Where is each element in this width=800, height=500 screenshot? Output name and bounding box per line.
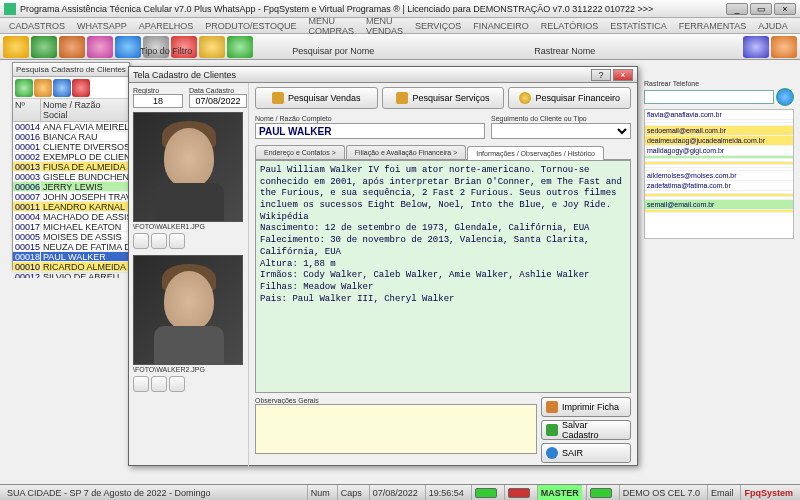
- table-row[interactable]: 00006JERRY LEWIS: [13, 182, 129, 192]
- email-row[interactable]: aildemoises@moises.com.br: [645, 171, 793, 181]
- col-no[interactable]: Nº: [13, 99, 41, 121]
- winb-close[interactable]: ×: [613, 69, 633, 81]
- table-row[interactable]: 00017MICHAEL KEATON: [13, 222, 129, 232]
- email-row[interactable]: sedoemail@email.com.br: [645, 126, 793, 136]
- table-row[interactable]: 00015NEUZA DE FATIMA DA SI: [13, 242, 129, 252]
- photo2-zoom-icon[interactable]: [151, 376, 167, 392]
- photo1-clear-icon[interactable]: [169, 233, 185, 249]
- menu-bar: CADASTROS WHATSAPP APARELHOS PRODUTO/EST…: [0, 18, 800, 34]
- tool-1[interactable]: [3, 36, 29, 58]
- menu-compras[interactable]: MENU COMPRAS: [303, 15, 359, 37]
- tab-endereco[interactable]: Endereço e Contatos >: [255, 145, 345, 159]
- photo2-open-icon[interactable]: [133, 376, 149, 392]
- email-list[interactable]: flavia@anaflavia.com.brsedoemail@email.c…: [644, 109, 794, 239]
- table-row[interactable]: 00014ANA FLAVIA MEIRELES: [13, 122, 129, 132]
- menu-ferramentas[interactable]: FERRAMENTAS: [674, 20, 751, 32]
- refresh-icon[interactable]: [53, 79, 71, 97]
- table-row[interactable]: 00007JOHN JOSEPH TRAVOLTA: [13, 192, 129, 202]
- status-bar: SUA CIDADE - SP 7 de Agosto de 2022 - Do…: [0, 484, 800, 500]
- registro-label: Registro: [133, 87, 183, 94]
- winb-help[interactable]: ?: [591, 69, 611, 81]
- pesquisar-servicos-button[interactable]: Pesquisar Serviços: [382, 87, 505, 109]
- edit-icon[interactable]: [34, 79, 52, 97]
- menu-estatistica[interactable]: ESTATÍSTICA: [605, 20, 672, 32]
- clients-search-title[interactable]: Pesquisa Cadastro de Clientes: [13, 63, 129, 77]
- phone-search-go[interactable]: [776, 88, 794, 106]
- status-email[interactable]: Email: [707, 485, 737, 500]
- tool-4[interactable]: [87, 36, 113, 58]
- email-row[interactable]: [645, 210, 793, 213]
- clients-search-window: Pesquisa Cadastro de Clientes Nº Nome / …: [12, 62, 130, 270]
- tab-informacoes[interactable]: Informações / Observações / Histórico: [467, 146, 604, 160]
- table-row[interactable]: 00002EXEMPLO DE CLIENTE: [13, 152, 129, 162]
- status-time: 19:56:54: [425, 485, 467, 500]
- clients-grid[interactable]: 00014ANA FLAVIA MEIRELES00016BIANCA RAU0…: [13, 122, 129, 278]
- tool-3[interactable]: [59, 36, 85, 58]
- photo1-zoom-icon[interactable]: [151, 233, 167, 249]
- datacadastro-label: Data Cadastro: [189, 87, 247, 94]
- table-row[interactable]: 00003GISELE BUNDCHEN: [13, 172, 129, 182]
- imprimir-ficha-button[interactable]: Imprimir Ficha: [541, 397, 631, 417]
- table-row[interactable]: 00001CLIENTE DIVERSOS: [13, 142, 129, 152]
- exit-icon: [546, 447, 558, 459]
- obs-textarea[interactable]: [255, 404, 537, 454]
- save-icon: [546, 424, 558, 436]
- menu-servicos[interactable]: SERVIÇOS: [410, 20, 466, 32]
- tool-2[interactable]: [31, 36, 57, 58]
- menu-email[interactable]: 🌐E-MAIL: [795, 14, 800, 38]
- tool-5[interactable]: [115, 36, 141, 58]
- status-master: MASTER: [537, 485, 582, 500]
- menu-cadastros[interactable]: CADASTROS: [4, 20, 70, 32]
- photo-1[interactable]: [133, 112, 243, 222]
- datacadastro-input[interactable]: [189, 94, 247, 108]
- seguimento-select[interactable]: [491, 123, 631, 139]
- table-row[interactable]: 00013FIUSA DE ALMEIDA JUCA: [13, 162, 129, 172]
- email-row[interactable]: dealmeudaog@jucadealmeida.com.br: [645, 136, 793, 146]
- photo-2[interactable]: [133, 255, 243, 365]
- tool-r1[interactable]: [743, 36, 769, 58]
- menu-produto[interactable]: PRODUTO/ESTOQUE: [200, 20, 301, 32]
- menu-ajuda[interactable]: AJUDA: [753, 20, 793, 32]
- tab-filiacao[interactable]: Filiação e Avaliação Financeira >: [346, 145, 466, 159]
- table-row[interactable]: 00004MACHADO DE ASSIS: [13, 212, 129, 222]
- email-row[interactable]: flavia@anaflavia.com.br: [645, 110, 793, 120]
- photo1-open-icon[interactable]: [133, 233, 149, 249]
- nome-input[interactable]: [255, 123, 485, 139]
- tool-r2[interactable]: [771, 36, 797, 58]
- photo2-clear-icon[interactable]: [169, 376, 185, 392]
- menu-financeiro[interactable]: FINANCEIRO: [468, 20, 534, 32]
- new-icon[interactable]: [15, 79, 33, 97]
- menu-relatorios[interactable]: RELATÓRIOS: [536, 20, 603, 32]
- menu-vendas[interactable]: MENU VENDAS: [361, 15, 408, 37]
- search-labels: Tipo do Filtro Pesquisar por Nome Rastre…: [140, 46, 595, 56]
- status-demo: DEMO OS CEL 7.0: [619, 485, 703, 500]
- pesquisar-vendas-button[interactable]: Pesquisar Vendas: [255, 87, 378, 109]
- right-column: Rastrear Telefone flavia@anaflavia.com.b…: [644, 80, 794, 239]
- sair-button[interactable]: SAIR: [541, 443, 631, 463]
- registro-input[interactable]: [133, 94, 183, 108]
- table-row[interactable]: 00005MOISES DE ASSIS: [13, 232, 129, 242]
- col-name[interactable]: Nome / Razão Social: [41, 99, 129, 121]
- email-row[interactable]: zadefatima@fatima.com.br: [645, 181, 793, 191]
- phone-search-input[interactable]: [644, 90, 774, 104]
- email-row[interactable]: maildagogy@gigi.com.br: [645, 146, 793, 156]
- close-button[interactable]: ×: [774, 3, 796, 15]
- salvar-cadastro-button[interactable]: Salvar Cadastro: [541, 420, 631, 440]
- menu-whatsapp[interactable]: WHATSAPP: [72, 20, 132, 32]
- photo1-caption: \FOTO\WALKER1.JPG: [133, 222, 244, 231]
- table-row[interactable]: 00016BIANCA RAU: [13, 132, 129, 142]
- table-row[interactable]: 00018PAUL WALKER: [13, 252, 129, 262]
- obs-label: Observações Gerais: [255, 397, 537, 404]
- client-form-title[interactable]: Tela Cadastro de Clientes: [133, 70, 236, 80]
- pesquisar-financeiro-button[interactable]: Pesquisar Financeiro: [508, 87, 631, 109]
- bio-textarea[interactable]: Paul William Walker IV foi um ator norte…: [255, 160, 631, 393]
- delete-icon[interactable]: [72, 79, 90, 97]
- menu-aparelhos[interactable]: APARELHOS: [134, 20, 198, 32]
- table-row[interactable]: 00010RICARDO ALMEIDA: [13, 262, 129, 272]
- minimize-button[interactable]: _: [726, 3, 748, 15]
- email-row[interactable]: semail@email.com.br: [645, 200, 793, 210]
- table-row[interactable]: 00012SILVIO DE ABREU: [13, 272, 129, 278]
- maximize-button[interactable]: ▭: [750, 3, 772, 15]
- status-num: Num: [307, 485, 333, 500]
- table-row[interactable]: 00011LEANDRO KARNAL: [13, 202, 129, 212]
